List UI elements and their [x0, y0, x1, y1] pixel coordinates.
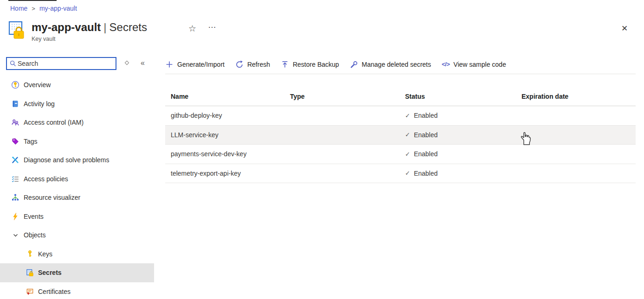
wrench-icon	[350, 60, 358, 69]
sidebar-item-certificates[interactable]: Certificates	[0, 282, 154, 299]
sidebar-item-label: Tags	[24, 138, 38, 145]
sidebar-item-resource-visualizer[interactable]: Resource visualizer	[0, 188, 154, 207]
toolbar-button-label: Generate/Import	[177, 61, 225, 68]
check-icon: ✓	[405, 112, 410, 119]
resource-type-label: Key vault	[32, 36, 147, 42]
collapse-sidebar-icon[interactable]: «	[141, 59, 145, 67]
favorite-star-icon[interactable]: ☆	[188, 23, 196, 34]
secrets-icon	[26, 268, 34, 277]
title-divider: |	[101, 21, 109, 33]
command-bar: Generate/Import Refresh Restore Backup	[165, 55, 636, 74]
search-input[interactable]	[17, 59, 113, 68]
sidebar-group-objects[interactable]: Objects	[0, 226, 154, 245]
resource-name: my-app-vault	[32, 21, 101, 33]
restore-backup-icon	[281, 60, 289, 69]
sidebar-item-label: Certificates	[38, 288, 71, 295]
sidebar-item-overview[interactable]: Overview	[0, 76, 154, 95]
key-vault-icon	[8, 21, 27, 40]
overview-icon	[11, 81, 19, 89]
breadcrumb: Home > my-app-vault	[10, 5, 77, 12]
access-policies-checklist-icon	[11, 175, 19, 183]
secret-status: ✓ Enabled	[399, 150, 516, 158]
check-icon: ✓	[405, 170, 410, 177]
sidebar-search-box[interactable]	[6, 57, 116, 70]
refresh-button[interactable]: Refresh	[235, 60, 270, 69]
toolbar-button-label: View sample code	[453, 61, 506, 68]
sidebar-item-events[interactable]: Events	[0, 207, 154, 226]
column-header-expiration-date: Expiration date	[516, 93, 636, 100]
search-icon	[9, 60, 17, 67]
table-row[interactable]: payments-service-dev-key ✓ Enabled	[165, 145, 636, 164]
blade-title-block: my-app-vault|Secrets Key vault	[32, 21, 147, 42]
key-vault-secrets-page: Home > my-app-vault my-app-vault|Secrets…	[0, 0, 644, 299]
secrets-table: Name Type Status Expiration date github-…	[165, 87, 636, 183]
table-row[interactable]: github-deploy-key ✓ Enabled	[165, 106, 636, 126]
sidebar-nav: Overview Activity log	[0, 76, 154, 299]
secret-status: ✓ Enabled	[399, 170, 516, 177]
sidebar-item-keys[interactable]: Keys	[0, 245, 154, 264]
secret-status: ✓ Enabled	[399, 112, 516, 119]
sidebar-group-label: Objects	[24, 231, 45, 239]
keys-icon	[26, 250, 34, 258]
toolbar-button-label: Restore Backup	[293, 61, 339, 68]
toolbar-button-label: Refresh	[247, 61, 270, 68]
certificates-icon	[26, 287, 34, 296]
manage-deleted-secrets-button[interactable]: Manage deleted secrets	[350, 60, 431, 69]
filter-diamond-icon[interactable]	[124, 60, 129, 65]
secret-status: ✓ Enabled	[399, 131, 516, 139]
chevron-down-icon	[11, 231, 19, 239]
table-header-row: Name Type Status Expiration date	[165, 87, 636, 106]
check-icon: ✓	[405, 151, 410, 158]
refresh-icon	[235, 60, 244, 69]
sidebar-item-label: Keys	[38, 250, 52, 258]
column-header-type: Type	[284, 93, 399, 100]
status-text: Enabled	[414, 150, 438, 158]
breadcrumb-vault-link[interactable]: my-app-vault	[39, 5, 77, 12]
more-options-icon[interactable]: …	[208, 20, 217, 30]
sidebar-item-label: Secrets	[38, 269, 62, 276]
secret-name: github-deploy-key	[165, 112, 284, 119]
cropped-top-bar	[8, 0, 57, 1]
sidebar-item-label: Activity log	[24, 100, 55, 108]
status-text: Enabled	[414, 170, 438, 177]
diagnose-tools-icon	[11, 156, 19, 164]
blade-name: Secrets	[109, 21, 147, 33]
column-header-status: Status	[399, 93, 516, 100]
tags-icon	[11, 137, 19, 146]
sidebar-item-label: Events	[24, 213, 44, 220]
sidebar-item-tags[interactable]: Tags	[0, 132, 154, 151]
close-icon[interactable]: ✕	[621, 24, 628, 33]
column-header-name: Name	[165, 93, 284, 100]
plus-icon	[165, 60, 174, 69]
sidebar-item-label: Access policies	[24, 175, 68, 183]
table-row[interactable]: telemetry-export-api-key ✓ Enabled	[165, 164, 636, 184]
sidebar-item-label: Overview	[24, 81, 51, 89]
sidebar-item-diagnose[interactable]: Diagnose and solve problems	[0, 151, 154, 170]
sidebar-item-label: Resource visualizer	[24, 194, 80, 201]
activity-log-icon	[11, 100, 19, 108]
status-text: Enabled	[414, 131, 438, 139]
sidebar-item-secrets[interactable]: Secrets	[0, 263, 154, 282]
sidebar-item-label: Diagnose and solve problems	[24, 156, 109, 164]
code-icon: </>	[442, 61, 450, 68]
secret-name: LLM-service-key	[165, 131, 284, 139]
table-row[interactable]: LLM-service-key ✓ Enabled	[165, 126, 636, 145]
sidebar-item-access-control-iam[interactable]: Access control (IAM)	[0, 113, 154, 132]
events-lightning-icon	[11, 212, 19, 221]
breadcrumb-home-link[interactable]: Home	[10, 5, 27, 12]
restore-backup-button[interactable]: Restore Backup	[281, 60, 339, 69]
check-icon: ✓	[405, 131, 410, 138]
iam-people-icon	[11, 118, 19, 127]
resource-visualizer-icon	[11, 193, 19, 202]
generate-import-button[interactable]: Generate/Import	[165, 60, 225, 69]
toolbar-button-label: Manage deleted secrets	[362, 61, 431, 68]
sidebar-item-access-policies[interactable]: Access policies	[0, 170, 154, 189]
sidebar-item-activity-log[interactable]: Activity log	[0, 95, 154, 114]
status-text: Enabled	[414, 112, 438, 119]
view-sample-code-button[interactable]: </> View sample code	[442, 61, 506, 68]
sidebar: « Overview	[0, 55, 154, 299]
secret-name: payments-service-dev-key	[165, 150, 284, 158]
breadcrumb-separator: >	[32, 5, 35, 12]
sidebar-item-label: Access control (IAM)	[24, 119, 84, 126]
page-title: my-app-vault|Secrets	[32, 21, 147, 33]
